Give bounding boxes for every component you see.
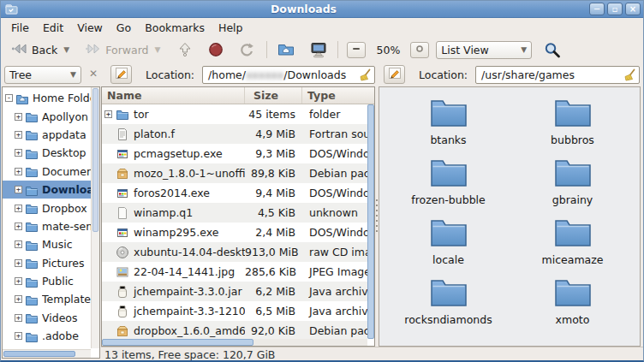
folder-item-gbrainy[interactable]: gbrainy (510, 156, 635, 216)
sidebar-horizontal-scrollbar[interactable] (3, 349, 91, 358)
menu-go[interactable]: Go (110, 20, 138, 36)
sidebar-item-public[interactable]: +Public (3, 272, 91, 290)
folder-item-xmoto[interactable]: xmoto (510, 276, 635, 335)
sidebar-item-label: appdata (42, 128, 86, 141)
back-history-chevron-icon[interactable]: ▼ (63, 45, 69, 54)
tree-expander[interactable]: + (15, 277, 22, 285)
tree-expander[interactable]: + (15, 295, 22, 303)
zoom-out-button[interactable] (347, 42, 366, 58)
chevron-down-icon: ▼ (514, 45, 527, 54)
file-row[interactable]: +dropbox_1.6.0_amd6...92,0 KiBDebian pac… (102, 321, 367, 339)
sidebar-item--adobe[interactable]: +.adobe (3, 327, 91, 345)
sidebar-item-documents[interactable]: +Documents (3, 163, 91, 181)
folder-icon (553, 156, 593, 191)
folder-icon (429, 156, 468, 191)
sidebar-item-desktop[interactable]: +Desktop (3, 144, 91, 162)
column-header-name[interactable]: Name (102, 87, 245, 104)
folder-item-miceamaze[interactable]: miceamaze (510, 216, 635, 276)
file-row[interactable]: +22-04-14_1441.jpg285,6 KiBJPEG Image (102, 262, 367, 282)
file-list-horizontal-scrollbar[interactable] (102, 339, 367, 346)
search-button[interactable] (540, 40, 564, 59)
file-row[interactable]: +pcmagsetup.exe9,3 MiBDOS/Windows ex (102, 144, 367, 163)
menu-edit[interactable]: Edit (36, 20, 70, 36)
clear-location-broom-icon[interactable] (623, 68, 636, 82)
clear-location-broom-icon[interactable] (358, 68, 372, 82)
file-row[interactable]: +tor45 itemsfolder (102, 104, 367, 124)
edit-location-button[interactable] (384, 65, 405, 84)
folder-item-frozen-bubble[interactable]: frozen-bubble (386, 156, 510, 216)
column-header-size[interactable]: Size (245, 87, 302, 104)
forward-history-chevron-icon[interactable]: ▼ (155, 45, 161, 54)
back-button[interactable]: Back ▼ (8, 40, 73, 59)
column-header-type[interactable]: Type (302, 87, 374, 104)
tree-expander[interactable]: + (15, 259, 22, 267)
sidebar-item-music[interactable]: +Music (3, 235, 91, 253)
tree-expander[interactable]: - (5, 94, 13, 102)
menu-file[interactable]: File (4, 20, 36, 36)
file-row[interactable]: +platon.f4,9 MiBFortran source co (102, 124, 367, 144)
sidebar-item-pictures[interactable]: +Pictures (3, 254, 91, 272)
refresh-button[interactable] (236, 40, 259, 59)
home-button[interactable] (274, 40, 298, 59)
forward-button[interactable]: Forward ▼ (81, 40, 164, 59)
tree-expander[interactable]: + (15, 332, 22, 340)
sidebar-item-downloads[interactable]: +Downloads (3, 181, 91, 199)
tree-expander[interactable]: + (15, 314, 22, 322)
computer-button[interactable] (307, 40, 331, 59)
directory-tree: -Home Folder+Apollyon+appdata+Desktop+Do… (3, 89, 91, 348)
sidebar-item-label: Documents (42, 165, 91, 178)
folder-item-locale[interactable]: locale (386, 216, 510, 276)
file-row[interactable]: +winamp295.exe2,4 MiBDOS/Windows ex (102, 223, 367, 242)
sidebar-vertical-scrollbar[interactable] (91, 87, 99, 348)
folder-item-btanks[interactable]: btanks (386, 96, 510, 156)
folder-icon (116, 108, 129, 122)
side-pane-mode-value: Tree (9, 68, 32, 81)
sidebar-item-label: Public (42, 275, 74, 288)
tree-expander[interactable]: + (15, 168, 22, 175)
file-row[interactable]: +winamp.q14,5 KiBunknown (102, 203, 367, 223)
file-list-vertical-scrollbar[interactable] (367, 104, 374, 339)
menu-view[interactable]: View (70, 20, 110, 36)
sidebar-item-mate-sensors-[interactable]: +mate-sensors- (3, 217, 91, 235)
tree-expander[interactable]: + (15, 223, 22, 230)
menu-help[interactable]: Help (212, 20, 250, 36)
minimize-button[interactable]: ─ (589, 3, 605, 15)
sidebar-item-apollyon[interactable]: +Apollyon (3, 107, 91, 125)
tree-expander[interactable]: + (15, 186, 22, 193)
tree-expander[interactable]: + (15, 131, 22, 139)
file-row[interactable]: +xubuntu-14.04-deskt...913,0 MiBraw CD i… (102, 242, 367, 262)
tree-expander[interactable]: + (15, 149, 22, 157)
pencil-icon (388, 67, 402, 82)
edit-location-button[interactable] (110, 65, 132, 84)
tree-expander[interactable]: + (15, 240, 22, 248)
menu-bookmarks[interactable]: Bookmarks (138, 20, 212, 36)
view-mode-select[interactable]: List View ▼ (436, 41, 532, 59)
close-button[interactable]: × (625, 3, 641, 15)
sidebar-item-videos[interactable]: +Videos (3, 309, 91, 327)
tree-expander[interactable]: + (15, 113, 22, 121)
file-row[interactable]: +jchempaint-3.3.0.jar6,2 MiBJava archive (102, 282, 367, 301)
folder-item-rocksndiamonds[interactable]: rocksndiamonds (386, 276, 510, 335)
right-location-input[interactable]: /usr/share/games (475, 66, 640, 84)
up-button[interactable] (174, 40, 198, 59)
file-row[interactable]: +jchempaint-3.3-1210...6,5 MiBJava archi… (102, 301, 367, 321)
title-bar[interactable]: Downloads ─ ▫ × (1, 1, 643, 18)
sidebar-item-appdata[interactable]: +appdata (3, 126, 91, 144)
sidebar-item--avogadro[interactable]: +.avogadro (3, 345, 91, 348)
sidebar-item-templates[interactable]: +Templates (3, 290, 91, 308)
jar-icon (116, 305, 129, 318)
side-pane-mode-select[interactable]: Tree ▼ (4, 66, 81, 84)
left-location-input[interactable]: /home/xxxxxx/Downloads (202, 66, 375, 84)
file-name: platon.f (134, 128, 175, 140)
sidebar-item-home-folder[interactable]: -Home Folder (3, 89, 91, 107)
row-expander[interactable]: + (104, 110, 112, 118)
sidebar-item-dropbox[interactable]: +Dropbox (3, 199, 91, 217)
stop-button[interactable] (205, 40, 229, 59)
file-row[interactable]: +mozo_1.8.0-1~unoffi...89,8 KiBDebian pa… (102, 163, 367, 183)
zoom-in-button[interactable] (410, 42, 429, 58)
folder-item-bubbros[interactable]: bubbros (510, 96, 635, 156)
file-row[interactable]: +foros2014.exe9,4 MiBDOS/Windows ex (102, 183, 367, 203)
maximize-button[interactable]: ▫ (607, 3, 623, 15)
close-side-pane-button[interactable]: ✕ (86, 67, 101, 82)
tree-expander[interactable]: + (15, 205, 22, 212)
